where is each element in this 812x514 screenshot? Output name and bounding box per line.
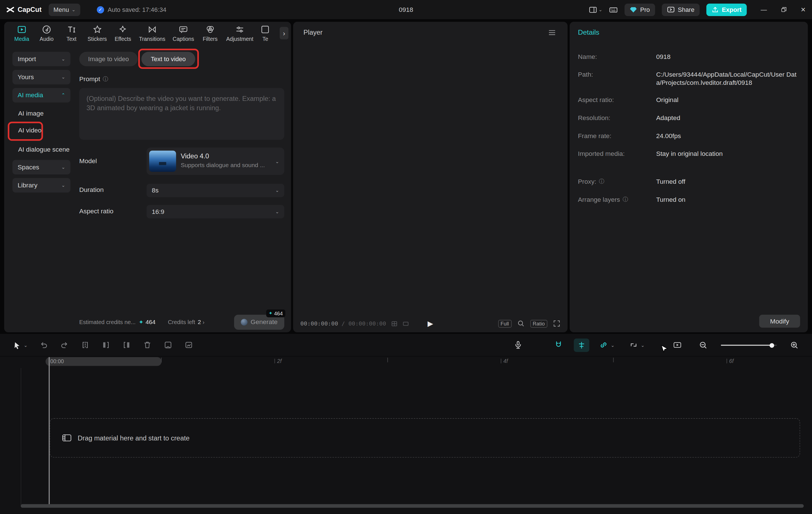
chevron-right-icon[interactable]: ›	[203, 319, 205, 325]
capcut-logo-icon	[6, 5, 14, 13]
chevron-down-icon[interactable]: ⌄	[641, 342, 644, 347]
tab-effects[interactable]: Effects	[111, 25, 135, 42]
player-menu-icon[interactable]	[548, 29, 556, 36]
freeze-frame-button[interactable]	[178, 337, 199, 353]
sidebar-item-ai-media[interactable]: AI media⌃	[12, 88, 70, 102]
snap-magnet-toggle[interactable]	[548, 337, 569, 353]
preview-quality-button[interactable]	[667, 337, 688, 353]
redo-button[interactable]	[54, 337, 75, 353]
zoom-slider-handle[interactable]	[770, 343, 775, 348]
aspect-ratio-dropdown[interactable]: 16:9 ⌄	[147, 205, 285, 218]
shortcut-keyboard-icon[interactable]	[609, 5, 618, 13]
zoom-in-button[interactable]	[784, 337, 805, 353]
track-mode-button[interactable]: ⌄	[625, 337, 649, 353]
sidebar-item-ai-image[interactable]: AI image	[12, 107, 70, 119]
player-controls: 00:00:00:00 / 00:00:00:00 ▶ Full Ratio	[300, 315, 560, 331]
full-quality-badge[interactable]: Full	[498, 320, 512, 328]
ruler-tick-4f: 4f	[501, 358, 508, 364]
sidebar-item-ai-video[interactable]: AI video	[12, 124, 70, 137]
layout-switch-icon[interactable]: ⌄	[589, 5, 603, 13]
media-panel: Media Audio Text Stickers Effects Transi…	[4, 22, 291, 332]
credits-footer: Estimated credits ne... ✦ 464 Credits le…	[79, 314, 284, 330]
zoom-out-button[interactable]	[693, 337, 714, 353]
chevron-down-icon: ⌄	[599, 7, 603, 12]
prompt-input[interactable]	[79, 88, 284, 140]
minimize-button[interactable]: —	[761, 6, 767, 13]
mode-image-to-video[interactable]: Image to video	[79, 52, 138, 66]
split-button[interactable]	[75, 337, 95, 353]
display-grid-icon[interactable]	[391, 320, 398, 327]
tab-media[interactable]: Media	[9, 25, 34, 42]
estimated-credits-label: Estimated credits ne...	[79, 319, 136, 325]
playhead[interactable]	[49, 357, 50, 506]
detail-row-frame-rate: Frame rate: 24.00fps	[578, 132, 800, 140]
sidebar-item-spaces[interactable]: Spaces⌄	[12, 160, 70, 175]
chevron-down-icon[interactable]: ⌄	[611, 342, 615, 347]
share-button[interactable]: Share	[662, 3, 699, 16]
generate-button[interactable]: Generate ✦ 464	[234, 314, 284, 329]
export-button[interactable]: Export	[706, 3, 747, 16]
drop-hint-text: Drag material here and start to create	[78, 434, 190, 442]
preview-axis-toggle[interactable]	[574, 338, 589, 352]
menu-button[interactable]: Menu⌄	[49, 3, 80, 16]
undo-button[interactable]	[33, 337, 54, 353]
timeline-horizontal-scrollbar[interactable]	[21, 504, 804, 508]
tab-stickers[interactable]: Stickers	[84, 25, 111, 42]
detail-row-arrange-layers: Arrange layersⓘ Turned on	[578, 196, 800, 204]
zoom-fit-icon[interactable]	[517, 320, 524, 327]
credits-icon: ✦	[139, 319, 144, 326]
sidebar-item-ai-dialogue-scene[interactable]: AI dialogue scene	[12, 144, 75, 156]
duration-label: Duration	[79, 186, 104, 193]
tab-transitions[interactable]: Transitions	[135, 25, 169, 42]
info-icon[interactable]: ⓘ	[599, 178, 604, 185]
autosave-text: Auto saved: 17:46:34	[108, 6, 166, 13]
play-button[interactable]: ▶	[428, 319, 433, 328]
timeline-drop-zone[interactable]: Drag material here and start to create	[50, 418, 800, 458]
effects-sparkle-icon	[118, 25, 127, 34]
ratio-badge[interactable]: Ratio	[530, 320, 547, 328]
modify-button[interactable]: Modify	[759, 315, 800, 328]
detail-row-aspect-ratio: Aspect ratio: Original	[578, 96, 800, 104]
mode-text-to-video[interactable]: Text to video	[141, 52, 195, 66]
tab-audio[interactable]: Audio	[34, 25, 59, 42]
tab-templates-clipped[interactable]: Te	[257, 25, 274, 42]
info-icon[interactable]: ⓘ	[622, 196, 628, 204]
delete-button[interactable]	[137, 337, 157, 353]
detail-row-path: Path: C:/Users/93444/AppData/Local/CapCu…	[578, 71, 800, 87]
tab-adjustment[interactable]: Adjustment	[223, 25, 257, 42]
sidebar-item-import[interactable]: Import⌄	[12, 52, 70, 66]
delete-right-button[interactable]	[116, 337, 137, 353]
select-tool-button[interactable]: ⌄	[7, 337, 33, 353]
detail-row-proxy: Proxy:ⓘ Turned off	[578, 178, 800, 186]
captions-icon	[179, 25, 188, 34]
sidebar-item-yours[interactable]: Yours⌄	[12, 70, 70, 84]
pro-badge[interactable]: Pro	[625, 3, 655, 16]
tab-captions[interactable]: Captions	[169, 25, 198, 42]
delete-left-button[interactable]	[95, 337, 116, 353]
tab-text[interactable]: Text	[59, 25, 84, 42]
auto-link-toggle[interactable]: ⌄	[594, 337, 619, 353]
fullscreen-icon[interactable]	[553, 320, 560, 327]
credits-left-label: Credits left	[168, 319, 195, 325]
credits-icon: ✦	[269, 310, 273, 315]
close-button[interactable]: ✕	[801, 6, 806, 13]
mask-button[interactable]	[157, 337, 178, 353]
details-panel: Details Name: 0918 Path: C:/Users/93444/…	[570, 22, 808, 332]
media-icon	[17, 25, 27, 34]
record-voiceover-button[interactable]	[508, 337, 528, 353]
duration-dropdown[interactable]: 8s ⌄	[147, 184, 285, 197]
chevron-up-icon: ⌃	[61, 93, 65, 98]
safe-area-icon[interactable]	[402, 320, 409, 327]
restore-button[interactable]	[780, 6, 787, 13]
sidebar-item-library[interactable]: Library⌄	[12, 178, 70, 192]
transitions-icon	[147, 25, 157, 34]
chevron-down-icon: ⌄	[61, 164, 65, 170]
ruler-tick	[613, 358, 614, 362]
timeline-zoom-slider[interactable]	[721, 341, 777, 349]
ruler-tick-2f: 2f	[274, 358, 281, 364]
model-dropdown[interactable]: Video 4.0 Supports dialogue and sound ..…	[147, 147, 285, 175]
audio-icon	[42, 25, 51, 34]
tab-filters[interactable]: Filters	[198, 25, 223, 42]
autosave-check-icon: ✓	[97, 6, 104, 13]
tabs-overflow-button[interactable]: ›	[280, 27, 288, 39]
